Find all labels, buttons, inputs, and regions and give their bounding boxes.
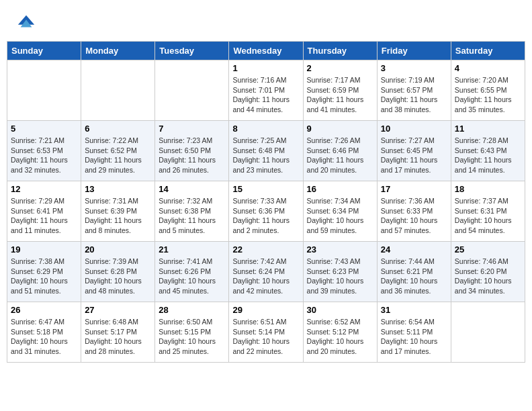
day-number: 1 <box>232 63 299 73</box>
day-info: Sunrise: 6:47 AMSunset: 5:18 PMDaylight:… <box>11 317 77 357</box>
day-number: 24 <box>381 244 447 255</box>
calendar-day-cell: 15Sunrise: 7:33 AMSunset: 6:36 PMDayligh… <box>229 181 303 242</box>
calendar-day-cell <box>81 60 155 121</box>
day-number: 23 <box>307 244 373 255</box>
day-number: 6 <box>85 124 151 134</box>
day-of-week-header: Saturday <box>451 42 525 60</box>
calendar-day-cell: 9Sunrise: 7:26 AMSunset: 6:46 PMDaylight… <box>303 121 377 181</box>
calendar-day-cell <box>7 60 81 121</box>
day-info: Sunrise: 6:52 AMSunset: 5:12 PMDaylight:… <box>307 317 373 357</box>
day-number: 31 <box>381 305 447 315</box>
page-header <box>7 7 525 36</box>
day-number: 22 <box>232 244 299 255</box>
calendar-week-row: 12Sunrise: 7:29 AMSunset: 6:41 PMDayligh… <box>7 181 525 242</box>
day-number: 4 <box>455 63 521 73</box>
calendar-week-row: 19Sunrise: 7:38 AMSunset: 6:29 PMDayligh… <box>7 242 525 302</box>
day-number: 30 <box>307 305 373 315</box>
day-info: Sunrise: 7:43 AMSunset: 6:23 PMDaylight:… <box>307 257 373 296</box>
calendar-day-cell: 4Sunrise: 7:20 AMSunset: 6:55 PMDaylight… <box>451 60 525 121</box>
calendar-day-cell: 6Sunrise: 7:22 AMSunset: 6:52 PMDaylight… <box>81 121 155 181</box>
calendar-day-cell: 17Sunrise: 7:36 AMSunset: 6:33 PMDayligh… <box>377 181 451 242</box>
calendar-day-cell: 25Sunrise: 7:46 AMSunset: 6:20 PMDayligh… <box>451 242 525 302</box>
calendar-day-cell: 14Sunrise: 7:32 AMSunset: 6:38 PMDayligh… <box>155 181 229 242</box>
day-info: Sunrise: 7:39 AMSunset: 6:28 PMDaylight:… <box>85 257 151 296</box>
day-info: Sunrise: 6:51 AMSunset: 5:14 PMDaylight:… <box>232 317 299 357</box>
calendar-day-cell: 27Sunrise: 6:48 AMSunset: 5:17 PMDayligh… <box>81 302 155 363</box>
day-info: Sunrise: 7:34 AMSunset: 6:34 PMDaylight:… <box>307 196 373 236</box>
day-info: Sunrise: 6:48 AMSunset: 5:17 PMDaylight:… <box>85 317 151 357</box>
calendar-day-cell: 16Sunrise: 7:34 AMSunset: 6:34 PMDayligh… <box>303 181 377 242</box>
day-number: 2 <box>307 63 373 73</box>
calendar-week-row: 1Sunrise: 7:16 AMSunset: 7:01 PMDaylight… <box>7 60 525 121</box>
day-info: Sunrise: 7:17 AMSunset: 6:59 PMDaylight:… <box>307 75 373 115</box>
day-info: Sunrise: 7:33 AMSunset: 6:36 PMDaylight:… <box>232 196 299 236</box>
calendar-day-cell: 22Sunrise: 7:42 AMSunset: 6:24 PMDayligh… <box>229 242 303 302</box>
day-number: 11 <box>455 124 521 134</box>
day-info: Sunrise: 7:19 AMSunset: 6:57 PMDaylight:… <box>381 75 447 115</box>
day-info: Sunrise: 7:31 AMSunset: 6:39 PMDaylight:… <box>85 196 151 236</box>
calendar-day-cell: 1Sunrise: 7:16 AMSunset: 7:01 PMDaylight… <box>229 60 303 121</box>
day-info: Sunrise: 7:28 AMSunset: 6:43 PMDaylight:… <box>455 136 521 175</box>
calendar-day-cell: 24Sunrise: 7:44 AMSunset: 6:21 PMDayligh… <box>377 242 451 302</box>
calendar-day-cell: 10Sunrise: 7:27 AMSunset: 6:45 PMDayligh… <box>377 121 451 181</box>
day-number: 27 <box>85 305 151 315</box>
day-of-week-header: Tuesday <box>155 42 229 60</box>
calendar-day-cell: 28Sunrise: 6:50 AMSunset: 5:15 PMDayligh… <box>155 302 229 363</box>
calendar-day-cell <box>155 60 229 121</box>
day-info: Sunrise: 7:46 AMSunset: 6:20 PMDaylight:… <box>455 257 521 296</box>
logo <box>17 13 37 32</box>
day-info: Sunrise: 7:29 AMSunset: 6:41 PMDaylight:… <box>11 196 77 236</box>
day-info: Sunrise: 7:44 AMSunset: 6:21 PMDaylight:… <box>381 257 447 296</box>
day-info: Sunrise: 7:32 AMSunset: 6:38 PMDaylight:… <box>159 196 225 236</box>
logo-icon <box>17 13 36 32</box>
day-number: 19 <box>11 244 77 255</box>
calendar-day-cell: 29Sunrise: 6:51 AMSunset: 5:14 PMDayligh… <box>229 302 303 363</box>
day-info: Sunrise: 7:27 AMSunset: 6:45 PMDaylight:… <box>381 136 447 175</box>
calendar-day-cell: 23Sunrise: 7:43 AMSunset: 6:23 PMDayligh… <box>303 242 377 302</box>
calendar-day-cell: 13Sunrise: 7:31 AMSunset: 6:39 PMDayligh… <box>81 181 155 242</box>
calendar-week-row: 5Sunrise: 7:21 AMSunset: 6:53 PMDaylight… <box>7 121 525 181</box>
calendar-header-row: SundayMondayTuesdayWednesdayThursdayFrid… <box>7 42 525 60</box>
day-of-week-header: Thursday <box>303 42 377 60</box>
day-number: 14 <box>159 184 225 194</box>
day-info: Sunrise: 6:50 AMSunset: 5:15 PMDaylight:… <box>159 317 225 357</box>
day-of-week-header: Wednesday <box>229 42 303 60</box>
day-number: 20 <box>85 244 151 255</box>
day-number: 25 <box>455 244 521 255</box>
day-info: Sunrise: 7:42 AMSunset: 6:24 PMDaylight:… <box>232 257 299 296</box>
calendar-day-cell: 20Sunrise: 7:39 AMSunset: 6:28 PMDayligh… <box>81 242 155 302</box>
calendar-day-cell: 19Sunrise: 7:38 AMSunset: 6:29 PMDayligh… <box>7 242 81 302</box>
day-number: 10 <box>381 124 447 134</box>
calendar-day-cell: 8Sunrise: 7:25 AMSunset: 6:48 PMDaylight… <box>229 121 303 181</box>
calendar-day-cell: 3Sunrise: 7:19 AMSunset: 6:57 PMDaylight… <box>377 60 451 121</box>
day-number: 21 <box>159 244 225 255</box>
calendar-day-cell: 12Sunrise: 7:29 AMSunset: 6:41 PMDayligh… <box>7 181 81 242</box>
day-number: 17 <box>381 184 447 194</box>
day-number: 16 <box>307 184 373 194</box>
day-info: Sunrise: 7:38 AMSunset: 6:29 PMDaylight:… <box>11 257 77 296</box>
day-number: 8 <box>232 124 299 134</box>
day-of-week-header: Monday <box>81 42 155 60</box>
day-number: 7 <box>159 124 225 134</box>
day-number: 9 <box>307 124 373 134</box>
calendar-table: SundayMondayTuesdayWednesdayThursdayFrid… <box>7 41 525 363</box>
calendar-day-cell: 31Sunrise: 6:54 AMSunset: 5:11 PMDayligh… <box>377 302 451 363</box>
day-info: Sunrise: 7:20 AMSunset: 6:55 PMDaylight:… <box>455 75 521 115</box>
calendar-day-cell: 2Sunrise: 7:17 AMSunset: 6:59 PMDaylight… <box>303 60 377 121</box>
calendar-day-cell: 11Sunrise: 7:28 AMSunset: 6:43 PMDayligh… <box>451 121 525 181</box>
day-info: Sunrise: 7:21 AMSunset: 6:53 PMDaylight:… <box>11 136 77 175</box>
calendar-day-cell: 18Sunrise: 7:37 AMSunset: 6:31 PMDayligh… <box>451 181 525 242</box>
calendar-day-cell: 26Sunrise: 6:47 AMSunset: 5:18 PMDayligh… <box>7 302 81 363</box>
calendar-day-cell: 5Sunrise: 7:21 AMSunset: 6:53 PMDaylight… <box>7 121 81 181</box>
calendar-day-cell: 7Sunrise: 7:23 AMSunset: 6:50 PMDaylight… <box>155 121 229 181</box>
day-of-week-header: Sunday <box>7 42 81 60</box>
calendar-day-cell: 30Sunrise: 6:52 AMSunset: 5:12 PMDayligh… <box>303 302 377 363</box>
day-info: Sunrise: 7:22 AMSunset: 6:52 PMDaylight:… <box>85 136 151 175</box>
day-number: 29 <box>232 305 299 315</box>
day-info: Sunrise: 6:54 AMSunset: 5:11 PMDaylight:… <box>381 317 447 357</box>
day-number: 3 <box>381 63 447 73</box>
calendar-week-row: 26Sunrise: 6:47 AMSunset: 5:18 PMDayligh… <box>7 302 525 363</box>
day-number: 15 <box>232 184 299 194</box>
day-number: 5 <box>11 124 77 134</box>
day-number: 12 <box>11 184 77 194</box>
